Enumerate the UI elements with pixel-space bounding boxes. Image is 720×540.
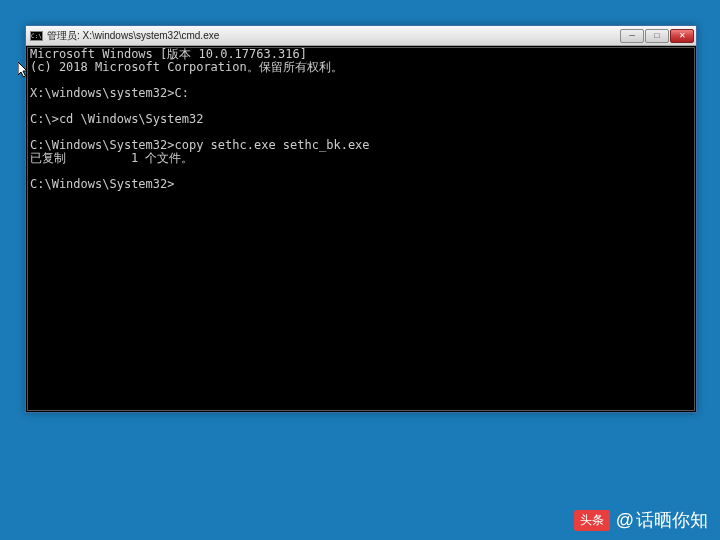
watermark-badge: 头条	[574, 510, 610, 531]
cmd-window: C:\ 管理员: X:\windows\system32\cmd.exe ─ □…	[25, 25, 697, 413]
cmd-icon: C:\	[30, 31, 43, 41]
window-controls: ─ □ ✕	[619, 29, 694, 43]
close-button[interactable]: ✕	[670, 29, 694, 43]
titlebar[interactable]: C:\ 管理员: X:\windows\system32\cmd.exe ─ □…	[26, 26, 696, 46]
window-title: 管理员: X:\windows\system32\cmd.exe	[47, 29, 619, 43]
minimize-button[interactable]: ─	[620, 29, 644, 43]
watermark-at: @	[616, 510, 634, 531]
watermark: 头条 @ 话晒你知	[574, 508, 708, 532]
console-output[interactable]: Microsoft Windows [版本 10.0.17763.316] (c…	[27, 47, 695, 411]
watermark-name: 话晒你知	[636, 508, 708, 532]
maximize-button[interactable]: □	[645, 29, 669, 43]
